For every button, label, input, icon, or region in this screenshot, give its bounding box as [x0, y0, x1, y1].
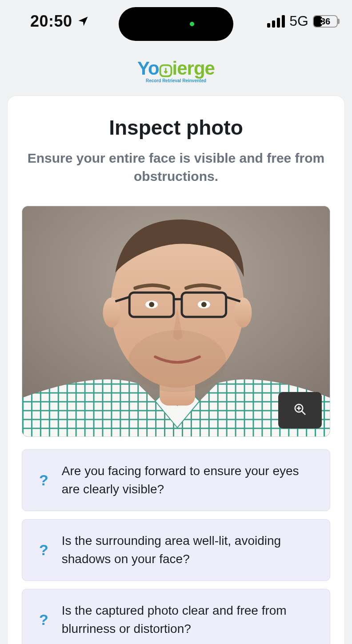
network-label: 5G: [289, 13, 308, 29]
question-text: Are you facing forward to ensure your ey…: [62, 462, 318, 498]
page-title: Inspect photo: [22, 116, 330, 140]
question-mark-icon: ?: [39, 611, 48, 628]
brand-logo: Yoierge Record Retrieval Reinvented: [137, 59, 215, 83]
svg-point-10: [234, 297, 252, 328]
question-list: ? Are you facing forward to ensure your …: [22, 449, 330, 644]
zoom-in-icon: [293, 403, 307, 418]
location-icon: [77, 15, 89, 28]
svg-point-9: [103, 297, 120, 328]
question-text: Is the captured photo clear and free fro…: [62, 602, 318, 638]
signal-icon: [267, 15, 285, 28]
inspect-card: Inspect photo Ensure your entire face is…: [7, 96, 345, 644]
camera-active-dot-icon: [190, 22, 194, 26]
question-mark-icon: ?: [39, 472, 48, 489]
logo-c-icon: [159, 59, 172, 78]
page-subtitle: Ensure your entire face is visible and f…: [22, 149, 330, 185]
question-text: Is the surrounding area well-lit, avoidi…: [62, 532, 318, 568]
svg-line-22: [302, 411, 305, 415]
status-bar: 20:50 5G 36: [0, 0, 352, 42]
question-item: ? Is the surrounding area well-lit, avoi…: [22, 519, 330, 581]
status-right-group: 5G 36: [267, 13, 338, 29]
logo-part-yo: Yo: [137, 58, 159, 79]
question-item: ? Is the captured photo clear and free f…: [22, 589, 330, 644]
question-mark-icon: ?: [39, 541, 48, 559]
svg-point-20: [128, 330, 226, 392]
logo-tagline: Record Retrieval Reinvented: [137, 79, 215, 83]
status-time-group: 20:50: [30, 12, 89, 31]
svg-point-19: [201, 302, 207, 307]
zoom-in-button[interactable]: [278, 392, 322, 428]
logo-row: Yoierge Record Retrieval Reinvented: [0, 42, 352, 96]
battery-icon: 36: [313, 15, 338, 28]
captured-photo: [22, 206, 330, 437]
status-time: 20:50: [30, 12, 72, 31]
battery-percent: 36: [314, 16, 337, 26]
logo-part-ierge: ierge: [172, 58, 215, 79]
svg-point-17: [149, 302, 154, 307]
dynamic-island: [119, 7, 233, 41]
question-item: ? Are you facing forward to ensure your …: [22, 449, 330, 511]
